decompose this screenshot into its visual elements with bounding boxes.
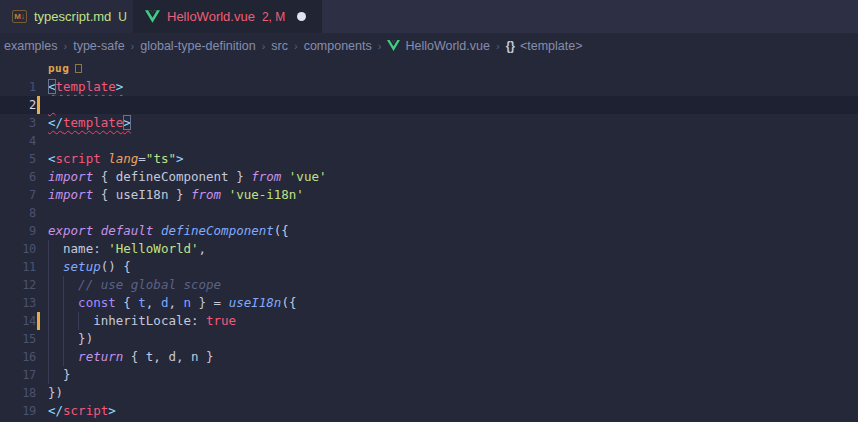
breadcrumb-item[interactable]: HelloWorld.vue	[387, 39, 490, 53]
breadcrumb-item[interactable]: examples	[4, 39, 58, 53]
code-line[interactable]: 2	[0, 96, 858, 114]
code-token: } =	[191, 295, 229, 310]
tab-bar: M↓ typescript.md U HelloWorld.vue 2, M	[0, 0, 858, 33]
code-line[interactable]: 17 }	[0, 366, 858, 384]
code-token: import	[48, 169, 93, 184]
template-lang-chip[interactable]: pug	[48, 62, 69, 75]
breadcrumb-label: src	[271, 39, 288, 53]
breadcrumb-item[interactable]: components	[304, 39, 372, 53]
line-number[interactable]: 8	[0, 204, 36, 222]
code-line[interactable]: 18})	[0, 384, 858, 402]
code-token: template	[63, 115, 123, 130]
line-content: }	[48, 366, 71, 384]
code-line[interactable]: 13 const { t, d, n } = useI18n({	[0, 294, 858, 312]
code-line[interactable]: 1<template>	[0, 78, 858, 96]
code-line[interactable]: 9export default defineComponent({	[0, 222, 858, 240]
code-lines: 1<template>2 3</template>45<script lang=…	[0, 78, 858, 420]
symbol-braces-icon: {}	[506, 39, 515, 53]
code-token: useI18n	[229, 295, 282, 310]
line-number[interactable]: 16	[0, 348, 36, 366]
git-modified-gutter-bar	[37, 312, 40, 330]
breadcrumb-item[interactable]: {}<template>	[506, 39, 583, 53]
line-number[interactable]: 19	[0, 402, 36, 420]
code-line[interactable]: 5<script lang="ts">	[0, 150, 858, 168]
line-number[interactable]: 13	[0, 294, 36, 312]
breadcrumb-separator-icon: ›	[262, 40, 266, 52]
code-token: default	[101, 223, 154, 238]
code-line[interactable]: 4	[0, 132, 858, 150]
breadcrumb-separator-icon: ›	[64, 40, 68, 52]
code-line[interactable]: 6import { defineComponent } from 'vue'	[0, 168, 858, 186]
code-token: { useI18n }	[93, 187, 191, 202]
line-number[interactable]: 4	[0, 132, 36, 150]
code-token	[93, 223, 101, 238]
line-number[interactable]: 18	[0, 384, 36, 402]
code-token: export	[48, 223, 93, 238]
line-number[interactable]: 5	[0, 150, 36, 168]
code-token: script	[56, 151, 101, 166]
code-token: ({	[281, 295, 296, 310]
line-content: return { t, d, n }	[48, 348, 214, 366]
line-number[interactable]: 6	[0, 168, 36, 186]
code-line[interactable]: 10 name: 'HelloWorld',	[0, 240, 858, 258]
code-line[interactable]: 8	[0, 204, 858, 222]
line-number[interactable]: 9	[0, 222, 36, 240]
code-line[interactable]: 12 // use global scope	[0, 276, 858, 294]
breadcrumb-label: components	[304, 39, 372, 53]
code-token	[281, 169, 289, 184]
code-token: })	[48, 331, 93, 346]
line-number[interactable]: 7	[0, 186, 36, 204]
code-token: lang	[108, 151, 138, 166]
code-token: {	[116, 295, 139, 310]
code-token: >	[123, 115, 131, 130]
line-number[interactable]: 14	[0, 312, 36, 330]
line-content: import { defineComponent } from 'vue'	[48, 168, 326, 186]
line-content: })	[48, 330, 93, 348]
code-line[interactable]: 7import { useI18n } from 'vue-i18n'	[0, 186, 858, 204]
code-token	[153, 223, 161, 238]
line-number[interactable]: 17	[0, 366, 36, 384]
code-token: from	[191, 187, 221, 202]
code-token	[221, 187, 229, 202]
code-token: const	[78, 295, 116, 310]
line-number[interactable]: 15	[0, 330, 36, 348]
line-number[interactable]: 10	[0, 240, 36, 258]
code-line[interactable]: 14 inheritLocale: true	[0, 312, 858, 330]
code-line[interactable]: 3</template>	[0, 114, 858, 132]
template-lang-inlay: pug	[0, 58, 858, 78]
dirty-indicator-dot[interactable]	[297, 12, 306, 21]
code-token: () {	[101, 259, 131, 274]
code-line[interactable]: 19</script>	[0, 402, 858, 420]
breadcrumb-item[interactable]: global-type-definition	[140, 39, 255, 53]
code-line[interactable]: 11 setup() {	[0, 258, 858, 276]
tab-typescript-md[interactable]: M↓ typescript.md U	[0, 0, 133, 33]
breadcrumb-item[interactable]: type-safe	[73, 39, 124, 53]
line-content: import { useI18n } from 'vue-i18n'	[48, 186, 304, 204]
line-number[interactable]: 12	[0, 276, 36, 294]
code-line[interactable]: 16 return { t, d, n }	[0, 348, 858, 366]
tab-helloworld-vue[interactable]: HelloWorld.vue 2, M	[133, 0, 322, 33]
line-number[interactable]: 3	[0, 114, 36, 132]
line-number[interactable]: 11	[0, 258, 36, 276]
line-content: export default defineComponent({	[48, 222, 289, 240]
breadcrumb-label: examples	[4, 39, 58, 53]
tab-label: typescript.md	[34, 9, 111, 24]
vscode-window: M↓ typescript.md U HelloWorld.vue 2, M e…	[0, 0, 858, 422]
vue-logo-icon	[387, 40, 400, 51]
code-token: inheritLocale:	[48, 313, 206, 328]
breadcrumb-label: global-type-definition	[140, 39, 255, 53]
line-number[interactable]: 1	[0, 78, 36, 96]
line-content: </template>	[48, 114, 131, 132]
line-content: <template>	[48, 78, 123, 96]
line-content: name: 'HelloWorld',	[48, 240, 206, 258]
code-line[interactable]: 15 })	[0, 330, 858, 348]
code-token: >	[108, 403, 116, 418]
breadcrumb-label: <template>	[520, 39, 583, 53]
code-token: template	[56, 79, 116, 94]
line-number[interactable]: 2	[0, 96, 36, 114]
line-content: inheritLocale: true	[48, 312, 236, 330]
code-token	[48, 349, 78, 364]
breadcrumb-item[interactable]: src	[271, 39, 288, 53]
code-editor[interactable]: pug 1<template>2 3</template>45<script l…	[0, 58, 858, 422]
code-token: return	[78, 349, 123, 364]
